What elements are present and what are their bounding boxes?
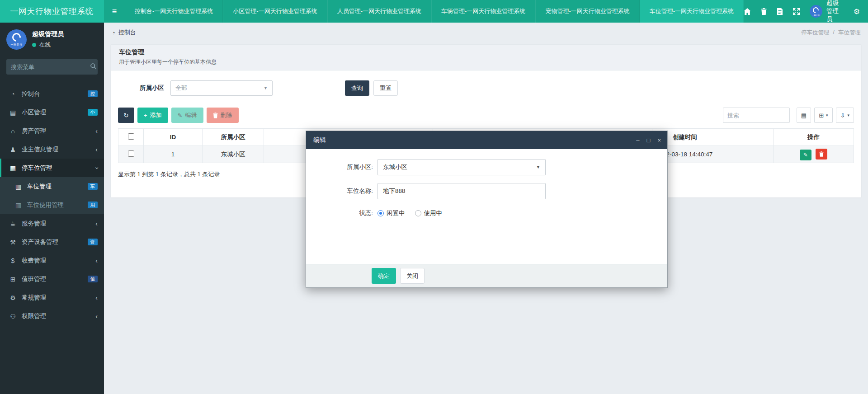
breadcrumb-current: 车位管理 <box>838 29 861 37</box>
dialog-titlebar[interactable]: 编辑 – □ × <box>306 131 667 149</box>
tab-console[interactable]: 控制台-一网天行物业管理系统 <box>125 0 223 23</box>
search-icon[interactable] <box>90 63 96 71</box>
app-brand[interactable]: 一网天行物业管理系统 <box>0 0 104 23</box>
header-created: 创建时间 <box>652 129 774 146</box>
home-icon[interactable] <box>744 8 751 15</box>
trash-icon[interactable] <box>761 8 767 15</box>
breadcrumb-separator: / <box>833 29 835 37</box>
columns-dropdown-button[interactable]: ⊞ ▾ <box>814 108 832 123</box>
refresh-icon: ↻ <box>124 112 129 119</box>
community-field-row: 所属小区: 东城小区 ▼ <box>306 159 667 175</box>
sidebar-item-owner-info[interactable]: ♟ 业主信息管理 ‹ <box>0 140 104 159</box>
refresh-button[interactable]: ↻ <box>118 108 134 123</box>
edit-button[interactable]: ✎ 编辑 <box>171 108 203 123</box>
sidebar-item-fee[interactable]: $ 收费管理 ‹ <box>0 251 104 270</box>
filter-row: 所属小区 全部 ▼ 查询 重置 <box>118 80 854 96</box>
settings-gear-icon[interactable]: ⚙ <box>854 7 860 16</box>
sidebar-search-input[interactable] <box>11 64 90 70</box>
sidebar-toggle-button[interactable]: ≡ <box>104 0 125 23</box>
menu-badge: 车 <box>88 183 98 190</box>
person-icon: ♟ <box>8 146 18 153</box>
sidebar-item-duty[interactable]: ⊞ 值班管理 值 <box>0 270 104 288</box>
list-icon: ▥ <box>14 183 23 190</box>
sidebar-avatar: 一网天行 <box>6 29 27 50</box>
add-label: 添加 <box>150 111 162 119</box>
calendar-icon: ⊞ <box>8 276 18 283</box>
minimize-icon[interactable]: – <box>636 137 639 143</box>
row-checkbox[interactable] <box>128 150 134 157</box>
radio-option-idle[interactable]: 闲置中 <box>377 209 405 217</box>
sidebar-item-general[interactable]: ⚙ 常规管理 ‹ <box>0 288 104 307</box>
delete-button[interactable]: 删除 <box>207 108 239 123</box>
select-all-checkbox[interactable] <box>128 133 134 140</box>
tab-pet[interactable]: 宠物管理-一网天行物业管理系统 <box>535 0 639 23</box>
caret-down-icon: ▾ <box>847 113 849 117</box>
sidebar-item-dashboard[interactable]: ◔ 控制台 控 <box>0 84 104 103</box>
sidebar-item-label: 控制台 <box>22 90 40 98</box>
tab-label: 人员管理-一网天行物业管理系统 <box>337 7 421 15</box>
caret-down-icon: ▾ <box>826 113 828 117</box>
edit-dialog: 编辑 – □ × 所属小区: 东城小区 ▼ 车位名称: 状态: 闲置中 <box>306 131 668 288</box>
community-filter-select[interactable]: 全部 ▼ <box>170 80 273 96</box>
window-tabs: 控制台-一网天行物业管理系统 小区管理-一网天行物业管理系统 人员管理-一网天行… <box>125 0 744 23</box>
fullscreen-icon[interactable] <box>793 8 800 15</box>
breadcrumb-left[interactable]: ◔ 控制台 <box>112 28 136 37</box>
query-button[interactable]: 查询 <box>345 80 369 96</box>
gavel-icon: ⚒ <box>8 239 18 246</box>
close-icon[interactable]: × <box>657 137 661 143</box>
export-icon: ⇩ <box>840 112 845 119</box>
table-search-input[interactable] <box>723 108 790 123</box>
cell-community: 东城小区 <box>203 146 264 163</box>
reset-button[interactable]: 重置 <box>373 80 398 96</box>
page-subtitle: 用于管理小区里每一个停车位的基本信息 <box>119 58 853 66</box>
radio-label: 使用中 <box>424 209 443 217</box>
breadcrumb-parent[interactable]: 停车位管理 <box>801 29 830 37</box>
edit-label: 编辑 <box>185 111 197 119</box>
confirm-button[interactable]: 确定 <box>372 268 396 284</box>
close-button[interactable]: 关闭 <box>400 268 425 284</box>
tab-personnel[interactable]: 人员管理-一网天行物业管理系统 <box>327 0 431 23</box>
sidebar-item-community[interactable]: ▤ 小区管理 小 <box>0 103 104 122</box>
chevron-left-icon: ‹ <box>95 146 98 153</box>
maximize-icon[interactable]: □ <box>647 137 651 143</box>
add-button[interactable]: + 添加 <box>137 108 168 123</box>
row-edit-button[interactable]: ✎ <box>800 150 811 160</box>
community-field-select[interactable]: 东城小区 ▼ <box>377 159 546 175</box>
sidebar-item-permission[interactable]: ⚇ 权限管理 ‹ <box>0 307 104 325</box>
cell-created: 2022-03-18 14:40:47 <box>652 146 774 163</box>
menu-badge: 资 <box>88 239 98 246</box>
menu-badge: 小 <box>88 109 98 116</box>
user-menu[interactable]: 一网天行 超级管理员 <box>810 0 844 23</box>
dialog-title: 编辑 <box>313 136 326 144</box>
sidebar-item-service[interactable]: ☕ 服务管理 ‹ <box>0 214 104 233</box>
dialog-body: 所属小区: 东城小区 ▼ 车位名称: 状态: 闲置中 使用中 <box>306 149 667 264</box>
header-actions: 操作 <box>774 129 854 146</box>
parking-submenu: ▥ 车位管理 车 ▥ 车位使用管理 用 <box>0 177 104 214</box>
list-icon: ▥ <box>14 202 23 209</box>
dollar-icon: $ <box>8 257 18 264</box>
plus-icon: + <box>144 112 147 119</box>
tab-parking-space[interactable]: 车位管理-一网天行物业管理系统 <box>640 0 744 23</box>
sidebar-item-label: 值班管理 <box>22 275 46 283</box>
tab-vehicle[interactable]: 车辆管理-一网天行物业管理系统 <box>431 0 535 23</box>
detail-view-button[interactable]: ▤ <box>797 108 811 123</box>
select-caret-icon: ▼ <box>264 86 268 90</box>
sidebar-item-parking[interactable]: ▦ 停车位管理 ‹ <box>0 159 104 177</box>
chevron-left-icon: ‹ <box>95 294 98 301</box>
menu-badge: 控 <box>88 90 98 98</box>
row-delete-button[interactable] <box>816 149 827 159</box>
community-filter-label: 所属小区 <box>140 84 164 92</box>
status-field-label: 状态: <box>306 209 373 217</box>
export-dropdown-button[interactable]: ⇩ ▾ <box>836 108 854 123</box>
radio-option-in-use[interactable]: 使用中 <box>415 209 443 217</box>
sidebar-item-property[interactable]: ⌂ 房产管理 ‹ <box>0 122 104 140</box>
table-toolbar: ↻ + 添加 ✎ 编辑 删除 <box>118 108 854 123</box>
pencil-icon: ✎ <box>803 152 808 158</box>
sidebar-item-asset[interactable]: ⚒ 资产设备管理 资 <box>0 233 104 251</box>
sidebar-item-space-manage[interactable]: ▥ 车位管理 车 <box>0 177 104 196</box>
tab-community[interactable]: 小区管理-一网天行物业管理系统 <box>223 0 327 23</box>
space-name-input[interactable] <box>377 183 546 199</box>
log-icon[interactable] <box>777 8 783 15</box>
cell-actions: ✎ <box>774 146 854 163</box>
sidebar-item-space-usage[interactable]: ▥ 车位使用管理 用 <box>0 196 104 214</box>
